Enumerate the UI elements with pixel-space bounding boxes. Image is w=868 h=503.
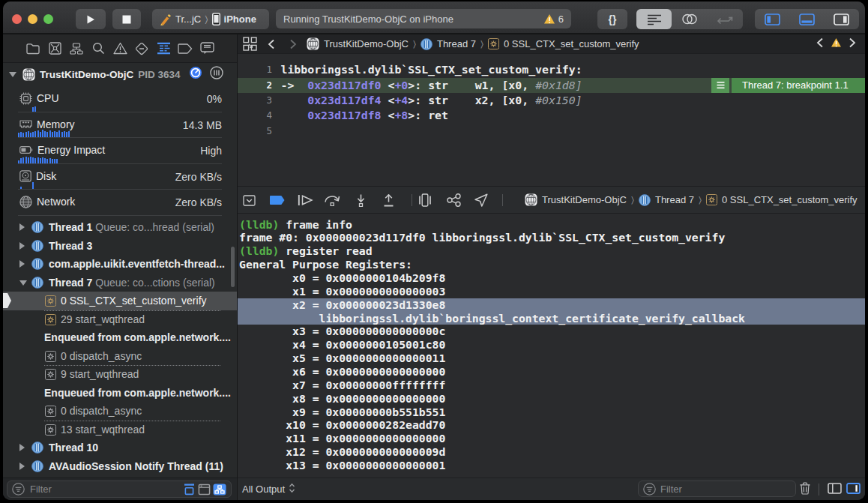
separator: [412, 194, 412, 206]
gauge-memory[interactable]: Memory14.3 MB: [3, 113, 237, 139]
filter-flag-breakpoints-icon[interactable]: [183, 484, 196, 496]
console-filter-field[interactable]: Filter: [638, 481, 796, 497]
stack-frame-row[interactable]: 0 SSL_CTX_set_custom_verify: [3, 292, 237, 310]
cpu-bars-icon[interactable]: [210, 66, 223, 82]
code-line[interactable]: 1libboringssl.dylib`SSL_CTX_set_custom_v…: [238, 62, 865, 77]
stack-frame-row[interactable]: 9 start_wqthread: [3, 365, 237, 384]
stack-frame-row[interactable]: 0 dispatch_async: [3, 402, 237, 421]
debug-console[interactable]: (lldb) frame infoframe #0: 0x000000023d1…: [238, 214, 865, 478]
filter-crashed-threads-icon[interactable]: [198, 484, 211, 496]
navigator-tab-issues[interactable]: [113, 42, 127, 55]
related-items-icon[interactable]: [243, 37, 257, 51]
thread-row[interactable]: Thread 3: [3, 237, 237, 256]
enqueued-label-row[interactable]: Enqueued from com.apple.network....: [3, 384, 237, 403]
editor-lines-icon: [647, 13, 662, 25]
disclosure-triangle-collapsed-icon[interactable]: [19, 444, 25, 451]
console-line: x6 = 0x0000000000000000: [238, 365, 865, 379]
toggle-navigator-button[interactable]: [755, 9, 789, 29]
navigator-tab-breakpoints[interactable]: [178, 42, 192, 55]
navigator-tab-symbols[interactable]: [70, 42, 83, 55]
zoom-window-button[interactable]: [43, 14, 53, 24]
scheme-selector[interactable]: Tr...jC〉iPhone: [152, 9, 269, 29]
warning-badge[interactable]: 6: [543, 13, 564, 25]
gauge-bar-tick: [34, 106, 36, 112]
code-line[interactable]: 2-> 0x23d117df0 <+0>: str w1, [x0, #0x1d…: [238, 78, 865, 93]
assistant-editor-button[interactable]: [672, 9, 707, 29]
navigator-tab-project[interactable]: [26, 42, 40, 55]
navigator-tab-source-control[interactable]: [48, 42, 61, 55]
code-line[interactable]: 3 0x23d117df4 <+4>: str x2, [x0, #0x150]: [238, 93, 865, 108]
code-line[interactable]: 5: [238, 124, 865, 139]
step-over-button[interactable]: [323, 190, 343, 210]
run-button[interactable]: [76, 9, 106, 29]
breadcrumb-item[interactable]: Thread 7: [437, 38, 476, 49]
disclosure-triangle-collapsed-icon[interactable]: [19, 242, 25, 250]
breadcrumb-item[interactable]: TrustKitDemo-ObjC: [542, 194, 627, 205]
breakpoints-toggle-button[interactable]: [268, 190, 287, 210]
next-issue-button[interactable]: [849, 37, 856, 50]
breadcrumb-item[interactable]: 0 SSL_CTX_set_custom_verify: [722, 194, 858, 205]
thread-row[interactable]: Thread 7 Queue: co...ctions (serial): [3, 274, 237, 292]
breakpoint-banner-menu-button[interactable]: [711, 78, 729, 93]
toggle-console-view-button[interactable]: [846, 483, 861, 497]
breadcrumb-item[interactable]: TrustKitDemo-ObjC: [324, 38, 409, 49]
panel-bottom-icon: [799, 13, 815, 25]
stack-frame-row[interactable]: 0 dispatch_async: [3, 347, 237, 366]
step-into-button[interactable]: [351, 190, 370, 210]
console-line: x1 = 0x0000000000000003: [238, 285, 865, 298]
thread-row[interactable]: Thread 10: [3, 439, 237, 457]
disclosure-triangle-collapsed-icon[interactable]: [19, 260, 25, 268]
go-back-button[interactable]: [268, 39, 275, 49]
debug-memory-graph-button[interactable]: [444, 190, 464, 210]
sidebar-scrollbar[interactable]: [231, 247, 235, 287]
minimize-window-button[interactable]: [28, 14, 37, 24]
breadcrumb-item[interactable]: 0 SSL_CTX_set_custom_verify: [504, 38, 639, 49]
process-row[interactable]: TrustKitDemo-ObjCPID 3634: [3, 64, 237, 84]
step-out-button[interactable]: [379, 190, 398, 210]
console-line: General Purpose Registers:: [238, 258, 865, 271]
navigator-tab-reports[interactable]: [200, 42, 214, 55]
version-editor-button[interactable]: [708, 9, 743, 29]
breadcrumb-item[interactable]: Thread 7: [655, 194, 694, 205]
standard-editor-button[interactable]: [636, 9, 672, 29]
code-line[interactable]: 4 0x23d117df8 <+8>: ret: [238, 108, 865, 123]
gauge-bar-tick: [32, 107, 34, 112]
output-scope-selector[interactable]: All Output: [242, 483, 295, 496]
gauge-disk[interactable]: DiskZero KB/s: [3, 165, 237, 191]
stop-button[interactable]: [112, 9, 141, 29]
simulate-location-button[interactable]: [471, 190, 491, 210]
navigator-filter-field[interactable]: Filter: [7, 481, 232, 498]
toggle-inspectors-button[interactable]: [825, 9, 859, 29]
disclosure-triangle-expanded-icon[interactable]: [19, 280, 27, 286]
chevron-separator: 〉: [699, 195, 702, 205]
library-button[interactable]: {}: [597, 9, 627, 29]
disclosure-triangle-expanded-icon[interactable]: [9, 72, 16, 77]
thread-row[interactable]: AVAudioSession Notify Thread (11): [3, 457, 237, 476]
navigator-tab-debug[interactable]: [157, 42, 170, 55]
gauge-network[interactable]: NetworkZero KB/s: [3, 190, 237, 217]
clear-console-button[interactable]: [799, 482, 811, 498]
previous-issue-button[interactable]: [816, 37, 824, 50]
close-window-button[interactable]: [12, 14, 22, 24]
code-text: libboringssl.dylib`SSL_CTX_set_custom_ve…: [281, 62, 582, 77]
navigator-tab-tests[interactable]: [135, 42, 148, 55]
thread-row[interactable]: com.apple.uikit.eventfetch-thread...: [3, 255, 237, 274]
stack-frame-row[interactable]: 29 start_wqthread: [3, 310, 237, 329]
filter-view-mode-icon[interactable]: [213, 484, 226, 496]
debug-view-hierarchy-button[interactable]: [415, 190, 435, 210]
disclosure-triangle-collapsed-icon[interactable]: [19, 463, 25, 470]
toggle-debug-area-button[interactable]: [789, 9, 824, 29]
continue-button[interactable]: [296, 190, 316, 210]
hide-debug-area-button[interactable]: [240, 190, 259, 210]
disclosure-triangle-collapsed-icon[interactable]: [19, 223, 25, 231]
stack-frame-row[interactable]: 13 start_wqthread: [3, 421, 237, 439]
stack-frame-name: 29 start_wqthread: [61, 313, 145, 325]
thread-row[interactable]: Thread 1 Queue: co...hread (serial): [3, 218, 237, 237]
enqueued-label-row[interactable]: Enqueued from com.apple.network....: [3, 328, 237, 347]
gauge-cpu[interactable]: CPU0%: [3, 87, 237, 113]
toggle-variables-view-button[interactable]: [828, 483, 842, 497]
memory-gauge-icon[interactable]: [189, 66, 202, 82]
gauge-energy-impact[interactable]: Energy ImpactHigh: [3, 139, 237, 165]
navigator-tab-find[interactable]: [91, 42, 105, 55]
go-forward-button[interactable]: [289, 39, 297, 49]
